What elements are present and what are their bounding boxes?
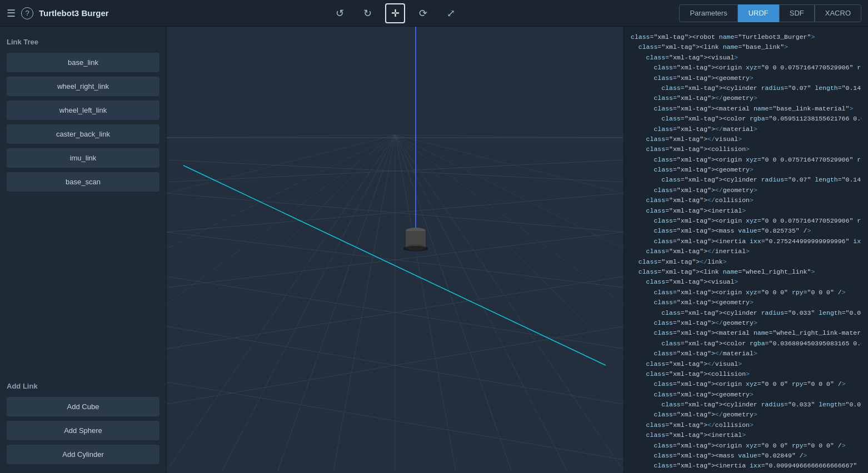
code-line: class="xml-tag"><color rgba="0.059511238… — [631, 114, 861, 124]
code-line: class="xml-tag"><robot name="Turtlebot3_… — [631, 32, 861, 42]
code-line: class="xml-tag"><collision> — [631, 144, 861, 154]
code-line: class="xml-tag"><inertia ixx="0.00994966… — [631, 461, 861, 471]
code-line: class="xml-tag"><link name="wheel_right_… — [631, 267, 861, 277]
link-imu[interactable]: imu_link — [7, 148, 159, 168]
code-line: class="xml-tag"><visual> — [631, 53, 861, 63]
code-line: class="xml-tag"></material> — [631, 124, 861, 134]
code-line: class="xml-tag"><origin xyz="0 0 0" rpy=… — [631, 379, 861, 389]
top-bar-tabs: Parameters URDF SDF XACRO — [617, 4, 861, 22]
code-line: class="xml-tag"></inertial> — [631, 246, 861, 256]
code-line: class="xml-tag"></geometry> — [631, 185, 861, 195]
code-line: class="xml-tag"><mass value="0.825735" /… — [631, 226, 861, 236]
3d-viewport[interactable] — [167, 27, 623, 473]
link-base-scan[interactable]: base_scan — [7, 172, 159, 192]
add-cylinder-button[interactable]: Add Cylinder — [7, 445, 159, 464]
move-button[interactable]: ✛ — [385, 3, 405, 23]
code-line: class="xml-tag"><material name="wheel_ri… — [631, 328, 861, 338]
add-cube-button[interactable]: Add Cube — [7, 397, 159, 416]
code-line: class="xml-tag"><collision> — [631, 369, 861, 379]
code-line: class="xml-tag"><origin xyz="0 0 0" rpy=… — [631, 441, 861, 451]
toolbar-center: ↺ ↻ ✛ ⟳ ⤢ — [179, 3, 611, 23]
code-line: class="xml-tag"><geometry> — [631, 165, 861, 175]
code-line: class="xml-tag"></geometry> — [631, 410, 861, 420]
top-bar-left: ☰ ? Turtlebot3 Burger — [7, 7, 173, 19]
robot-shadow — [403, 246, 428, 251]
link-caster-back[interactable]: caster_back_link — [7, 124, 159, 144]
link-wheel-right[interactable]: wheel_right_link — [7, 77, 159, 96]
add-link-title: Add Link — [7, 382, 159, 390]
help-icon[interactable]: ? — [21, 7, 33, 19]
tab-parameters[interactable]: Parameters — [679, 4, 737, 22]
code-line: class="xml-tag"><inertial> — [631, 206, 861, 216]
code-line: class="xml-tag"><origin xyz="0 0 0.07571… — [631, 216, 861, 226]
refresh-button[interactable]: ⟳ — [413, 3, 433, 23]
code-line: class="xml-tag"><geometry> — [631, 390, 861, 400]
tab-urdf[interactable]: URDF — [738, 4, 779, 22]
code-line: class="xml-tag"><material name="base_lin… — [631, 104, 861, 114]
link-wheel-left[interactable]: wheel_left_link — [7, 100, 159, 120]
code-line: class="xml-tag"></collision> — [631, 195, 861, 205]
sidebar: Link Tree base_link wheel_right_link whe… — [0, 27, 167, 473]
tab-xacro[interactable]: XACRO — [815, 4, 861, 22]
grid-svg — [167, 27, 623, 473]
code-line: class="xml-tag"><origin xyz="0 0 0.07571… — [631, 155, 861, 165]
code-line: class="xml-tag"><cylinder radius="0.033"… — [631, 400, 861, 410]
code-line: class="xml-tag"><cylinder radius="0.07" … — [631, 175, 861, 185]
undo-button[interactable]: ↺ — [330, 3, 350, 23]
top-bar: ☰ ? Turtlebot3 Burger ↺ ↻ ✛ ⟳ ⤢ Paramete… — [0, 0, 868, 27]
link-base-link[interactable]: base_link — [7, 53, 159, 72]
code-line: class="xml-tag"><geometry> — [631, 73, 861, 83]
code-line: class="xml-tag"><mass value="0.02849" /> — [631, 451, 861, 461]
code-line: class="xml-tag"></material> — [631, 349, 861, 359]
code-line: class="xml-tag"><geometry> — [631, 298, 861, 308]
main-layout: Link Tree base_link wheel_right_link whe… — [0, 27, 868, 473]
code-line: class="xml-tag"><visual> — [631, 277, 861, 287]
code-line: class="xml-tag"><cylinder radius="0.033"… — [631, 308, 861, 318]
code-line: class="xml-tag"></visual> — [631, 359, 861, 369]
hamburger-icon[interactable]: ☰ — [7, 7, 16, 19]
code-line: class="xml-tag"></collision> — [631, 420, 861, 430]
code-line: class="xml-tag"><origin xyz="0 0 0.07571… — [631, 63, 861, 73]
app-title: Turtlebot3 Burger — [39, 8, 109, 18]
code-line: class="xml-tag"><inertia ixx="0.27524499… — [631, 236, 861, 246]
code-line: class="xml-tag"></link> — [631, 257, 861, 267]
code-line: class="xml-tag"></visual> — [631, 134, 861, 144]
add-sphere-button[interactable]: Add Sphere — [7, 421, 159, 440]
code-line: class="xml-tag"><link name="base_link"> — [631, 42, 861, 52]
code-line: class="xml-tag"></geometry> — [631, 318, 861, 328]
link-tree-title: Link Tree — [7, 38, 159, 46]
code-line: class="xml-tag"><color rgba="0.036889450… — [631, 339, 861, 349]
expand-button[interactable]: ⤢ — [441, 3, 461, 23]
code-line: class="xml-tag"><cylinder radius="0.07" … — [631, 83, 861, 93]
redo-button[interactable]: ↻ — [357, 3, 377, 23]
code-panel: class="xml-tag"><robot name="Turtlebot3_… — [623, 27, 868, 473]
code-line: class="xml-tag"><origin xyz="0 0 0" rpy=… — [631, 288, 861, 298]
add-link-section: Add Link Add Cube Add Sphere Add Cylinde… — [7, 380, 159, 464]
code-line: class="xml-tag"></geometry> — [631, 93, 861, 103]
code-line: class="xml-tag"><inertial> — [631, 430, 861, 440]
tab-sdf[interactable]: SDF — [779, 4, 815, 22]
